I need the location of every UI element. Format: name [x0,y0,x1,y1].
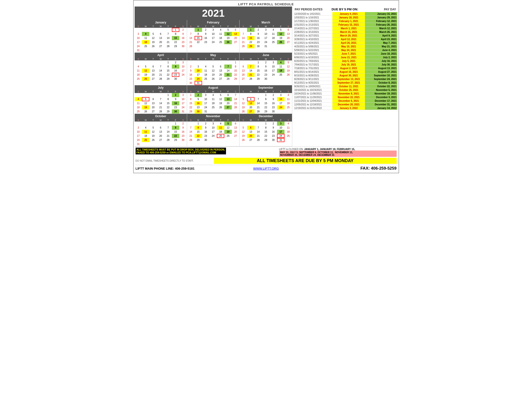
day-cell: 24 [209,40,217,44]
day-cell: 30 [255,44,262,48]
empty-day-cell [142,60,149,65]
pp-due-cell: December 6, 2021 [332,99,365,103]
day-cell: 1 [164,60,172,65]
day-cell: 29 [164,77,172,81]
pp-pay-cell: February 26, 2021 [365,23,398,27]
month-header: November [187,114,239,119]
day-cell: 17 [277,101,285,105]
day-cell: 18 [217,130,224,134]
empty-day-cell [187,121,195,126]
day-header-f: F [277,90,285,93]
pp-dates-cell: 10/10/2021 to 10/23/2021 [293,88,332,92]
day-cell: 15 [255,69,262,73]
day-cell: 21 [157,73,164,77]
day-cell: 19 [277,36,285,40]
day-header-f: F [172,57,179,60]
month-header: March [239,20,292,25]
pay-period-row: 6/06/2021 to 6/19/2021June 21, 2021July … [293,56,397,59]
pay-period-row: 2/28/2021 to 3/13/2021March 15, 2021Marc… [293,30,397,34]
day-cell: 4 [202,65,209,69]
day-headers: SMTWTFS [239,119,292,121]
website-link[interactable]: WWW.LIFTT.ORG [223,167,310,170]
day-cell: 17 [135,134,142,138]
dropbox-line2: FAXED TO 406-259-5259 or EMAILED TO PCA.… [137,151,216,154]
day-cell: 2 [202,121,209,126]
pay-period-row: 8/29/2021 to 9/11/2021September 13, 2021… [293,77,397,81]
day-cell: 21 [255,105,262,110]
day-cell: 2 [262,60,269,65]
day-cell: 11 [209,97,217,101]
day-headers: SMTWTFS [135,25,187,28]
day-cell: 25 [277,73,285,77]
day-cell: 4 [285,93,292,97]
day-header-w: W [209,119,217,121]
pay-period-row: 6/20/2021 to 7/03/2021July 5, 2021July 1… [293,59,397,63]
dropbox-text: ALL TIMESHEETS MUST BE PUT IN DROP BOX, … [136,148,279,154]
day-cell: 15 [247,36,255,40]
pp-due-cell: June 7, 2021 [332,52,365,56]
days-grid: 1234567891011121314151617181920212223242… [187,28,239,48]
pp-pay-cell: November 19, 2021 [365,92,398,95]
day-header-m: M [247,57,255,60]
day-cell: 27 [157,44,164,48]
day-cell: 14 [255,130,262,134]
empty-day-cell [217,60,224,65]
day-header-m: M [195,57,202,60]
pp-pay-cell: June 4, 2021 [365,48,398,52]
day-cell: 3 [179,60,187,65]
day-cell: 25 [217,40,224,44]
day-cell: 12 [149,130,157,134]
empty-day-cell [142,93,149,97]
pp-pay-cell: January 29, 2021 [365,16,398,19]
day-header-s: S [187,119,195,121]
day-cell: 9 [179,126,187,130]
day-cell: 22 [255,73,262,77]
due-by-label: DUE BY 5 PM ON: [332,8,368,11]
day-cell: 23 [269,134,277,138]
pp-dates-cell: 12/20/2020 to 1/02/2021 [293,12,332,16]
day-cell: 1 [172,28,179,32]
day-cell: 27 [217,77,224,81]
day-headers: SMTWTFS [239,25,292,28]
day-cell: 17 [179,101,187,105]
pp-dates-cell: 4/25/2021 to 5/08/2021 [293,45,332,48]
day-cell: 2 [187,65,195,69]
day-cell: 24 [179,105,187,110]
day-cell: 23 [269,105,277,110]
day-header-s: S [135,57,142,60]
day-cell: 13 [285,32,292,36]
day-cell: 11 [217,126,224,130]
pp-pay-cell: June 18, 2021 [365,52,398,56]
day-cell: 18 [285,101,292,105]
pp-dates-cell: 8/15/2021 to 8/28/2021 [293,74,332,77]
day-cell: 18 [142,40,149,44]
day-cell: 30 [269,138,277,142]
day-header-m: M [142,57,149,60]
day-cell: 26 [224,134,232,138]
pp-pay-cell: August 27, 2021 [365,70,398,74]
pp-due-cell: August 30, 2021 [332,74,365,77]
day-cell: 30 [269,110,277,113]
pp-dates-label: PAY PERIOD DATES [295,8,331,11]
day-cell: 28 [187,138,195,142]
day-cell: 6 [217,65,224,69]
day-cell: 27 [149,77,157,81]
day-header-s: S [187,90,195,93]
day-cell: 23 [172,105,179,110]
day-cell: 19 [209,73,217,77]
pay-period-row: 12/19/2021 to 01/01/2022January 3, 2022J… [293,106,397,110]
day-header-s: S [179,119,187,121]
day-header-m: M [247,90,255,93]
pp-due-cell: October 11, 2021 [332,84,365,88]
day-header-w: W [262,119,269,121]
empty-day-cell [255,121,262,126]
day-headers: SMTWTFS [187,119,239,121]
day-cell: 3 [277,121,285,126]
pp-dates-cell: 12/19/2021 to 01/01/2022 [293,106,332,110]
day-cell: 14 [164,36,172,40]
empty-day-cell [239,121,247,126]
day-cell: 10 [179,65,187,69]
day-cell: 22 [262,134,269,138]
day-cell: 26 [149,44,157,48]
day-headers: SMTWTFS [187,57,239,60]
